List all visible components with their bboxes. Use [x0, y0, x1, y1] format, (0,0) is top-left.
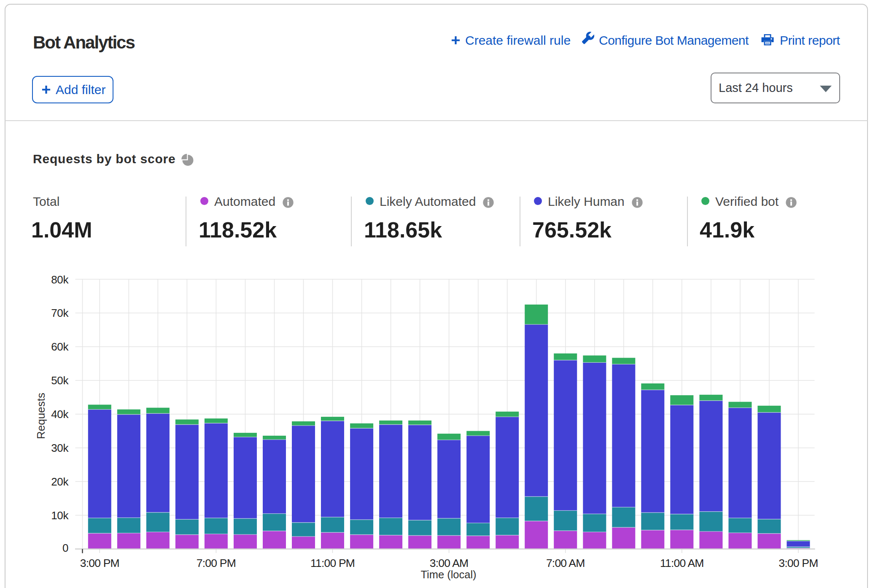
- svg-text:80k: 80k: [51, 273, 69, 286]
- svg-text:3:00 AM: 3:00 AM: [430, 557, 469, 569]
- svg-text:20k: 20k: [51, 475, 69, 488]
- svg-text:70k: 70k: [51, 307, 69, 319]
- svg-text:11:00 PM: 11:00 PM: [310, 557, 355, 569]
- svg-text:3:00 PM: 3:00 PM: [779, 557, 818, 569]
- svg-text:50k: 50k: [51, 374, 69, 387]
- svg-text:30k: 30k: [51, 442, 69, 454]
- svg-text:60k: 60k: [51, 340, 69, 353]
- svg-text:40k: 40k: [51, 408, 69, 421]
- svg-text:Requests: Requests: [35, 393, 47, 439]
- svg-text:11:00 AM: 11:00 AM: [660, 557, 704, 569]
- svg-text:7:00 AM: 7:00 AM: [546, 557, 585, 569]
- svg-text:0: 0: [62, 542, 68, 554]
- svg-text:Time (local): Time (local): [420, 569, 476, 580]
- svg-text:7:00 PM: 7:00 PM: [197, 557, 236, 569]
- svg-text:3:00 PM: 3:00 PM: [80, 557, 119, 569]
- svg-text:10k: 10k: [51, 509, 69, 522]
